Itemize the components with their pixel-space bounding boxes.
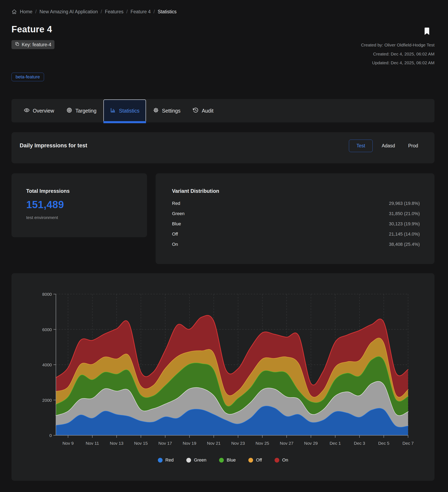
- tab-overview[interactable]: Overview: [18, 99, 60, 122]
- created-date-text: Created: Dec 4, 2025, 06:02 AM: [373, 51, 435, 56]
- breadcrumb-features[interactable]: Features: [105, 9, 124, 15]
- total-impressions-subtitle: test environment: [26, 215, 58, 220]
- total-impressions-value: 151,489: [26, 199, 64, 211]
- daily-impressions-chart: 02000400060008000Nov 9Nov 11Nov 13Nov 15…: [11, 273, 435, 481]
- svg-text:Nov 23: Nov 23: [231, 441, 245, 446]
- tab-statistics[interactable]: Statistics: [104, 100, 146, 122]
- tab-targeting[interactable]: Targeting: [60, 99, 103, 122]
- breadcrumb-separator: /: [154, 9, 155, 15]
- breadcrumb-separator: /: [126, 9, 127, 15]
- variant-distribution-card: Variant Distribution Red 29,963 (19.8%) …: [156, 173, 435, 264]
- legend-dot-blue: [219, 458, 224, 462]
- breadcrumb-separator: /: [101, 9, 102, 15]
- legend-item-green: Green: [186, 457, 206, 463]
- breadcrumb-statistics: Statistics: [158, 9, 177, 15]
- legend-dot-off: [248, 458, 253, 462]
- history-icon: [193, 107, 199, 114]
- bar-chart-icon: [110, 107, 116, 114]
- env-button-adasd[interactable]: Adasd: [375, 140, 402, 152]
- created-by-text: Created by: Oliver Oldfield-Hodge Test: [361, 42, 435, 48]
- svg-text:Nov 27: Nov 27: [280, 441, 294, 446]
- variant-value: 38,408 (25.4%): [389, 242, 420, 247]
- chart-legend: Red Green Blue Off On: [11, 457, 435, 463]
- svg-text:Dec 3: Dec 3: [354, 441, 365, 446]
- svg-text:4000: 4000: [42, 362, 52, 367]
- svg-text:Dec 7: Dec 7: [403, 441, 414, 446]
- svg-text:Dec 1: Dec 1: [330, 441, 341, 446]
- svg-text:6000: 6000: [42, 327, 52, 332]
- bookmark-button[interactable]: [423, 27, 431, 36]
- tab-label: Settings: [162, 108, 180, 114]
- total-impressions-title: Total Impressions: [26, 188, 70, 194]
- beta-feature-tag[interactable]: beta-feature: [11, 73, 44, 81]
- variant-rows: Red 29,963 (19.8%) Green 31,850 (21.0%) …: [172, 198, 420, 249]
- svg-text:Nov 13: Nov 13: [110, 441, 124, 446]
- variant-label: Red: [172, 201, 180, 206]
- svg-text:Nov 17: Nov 17: [158, 441, 172, 446]
- env-button-test[interactable]: Test: [349, 140, 373, 152]
- svg-text:8000: 8000: [42, 292, 52, 297]
- home-icon: [11, 9, 17, 15]
- svg-text:Nov 9: Nov 9: [63, 441, 74, 446]
- breadcrumb: Home / New Amazing AI Application / Feat…: [11, 9, 177, 15]
- svg-text:Dec 5: Dec 5: [378, 441, 389, 446]
- svg-text:0: 0: [49, 433, 52, 438]
- legend-label: Green: [194, 457, 206, 463]
- legend-label: Blue: [227, 457, 236, 463]
- variant-row: Green 31,850 (21.0%): [172, 209, 420, 219]
- legend-item-blue: Blue: [219, 457, 236, 463]
- variant-label: Blue: [172, 221, 181, 226]
- tab-settings[interactable]: Settings: [147, 99, 187, 122]
- gear-icon: [153, 107, 159, 114]
- legend-label: Off: [256, 457, 262, 463]
- variant-row: Red 29,963 (19.8%): [172, 198, 420, 209]
- svg-text:Nov 21: Nov 21: [207, 441, 221, 446]
- bookmark-icon: [423, 27, 431, 36]
- daily-impressions-panel: Daily Impressions for test Test Adasd Pr…: [11, 132, 435, 163]
- svg-text:Nov 15: Nov 15: [134, 441, 148, 446]
- breadcrumb-application[interactable]: New Amazing AI Application: [40, 9, 98, 15]
- variant-row: On 38,408 (25.4%): [172, 239, 420, 249]
- legend-dot-on: [275, 458, 279, 462]
- svg-text:Nov 25: Nov 25: [256, 441, 269, 446]
- env-button-prod[interactable]: Prod: [402, 140, 425, 152]
- tab-label: Targeting: [75, 108, 96, 114]
- daily-impressions-chart-card: 02000400060008000Nov 9Nov 11Nov 13Nov 15…: [11, 273, 435, 481]
- daily-impressions-title: Daily Impressions for test: [20, 143, 87, 149]
- updated-date-text: Updated: Dec 4, 2025, 06:02 AM: [372, 60, 435, 65]
- tab-label: Overview: [33, 108, 54, 114]
- variant-label: On: [172, 242, 178, 247]
- breadcrumb-feature-4[interactable]: Feature 4: [130, 9, 150, 15]
- legend-label: On: [282, 457, 288, 463]
- tab-audit[interactable]: Audit: [187, 99, 219, 122]
- variant-value: 21,145 (14.0%): [389, 231, 420, 237]
- eye-icon: [24, 107, 30, 114]
- variant-label: Green: [172, 211, 185, 216]
- breadcrumb-home[interactable]: Home: [20, 9, 32, 15]
- legend-item-off: Off: [248, 457, 262, 463]
- feature-key-badge[interactable]: Key: feature-4: [11, 40, 54, 49]
- variant-value: 31,850 (21.0%): [389, 211, 420, 216]
- breadcrumb-separator: /: [35, 9, 36, 15]
- legend-dot-green: [186, 458, 191, 462]
- feature-key-label: Key: feature-4: [22, 42, 51, 48]
- svg-text:Nov 19: Nov 19: [183, 441, 196, 446]
- feature-statistics-page: Home / New Amazing AI Application / Feat…: [0, 0, 448, 492]
- total-impressions-card: Total Impressions 151,489 test environme…: [11, 173, 147, 237]
- legend-item-red: Red: [158, 457, 174, 463]
- target-icon: [66, 107, 72, 114]
- environment-switch: Test Adasd Prod: [349, 140, 425, 152]
- svg-text:2000: 2000: [42, 398, 52, 403]
- svg-text:Nov 29: Nov 29: [304, 441, 318, 446]
- variant-value: 30,123 (19.9%): [389, 221, 420, 226]
- variant-value: 29,963 (19.8%): [389, 201, 420, 206]
- variant-row: Blue 30,123 (19.9%): [172, 219, 420, 229]
- copy-icon: [15, 41, 20, 48]
- page-title: Feature 4: [11, 24, 52, 34]
- variant-distribution-title: Variant Distribution: [172, 188, 219, 194]
- legend-label: Red: [166, 457, 174, 463]
- legend-item-on: On: [275, 457, 288, 463]
- variant-label: Off: [172, 231, 178, 237]
- tab-label: Audit: [202, 108, 213, 114]
- svg-text:Nov 11: Nov 11: [86, 441, 99, 446]
